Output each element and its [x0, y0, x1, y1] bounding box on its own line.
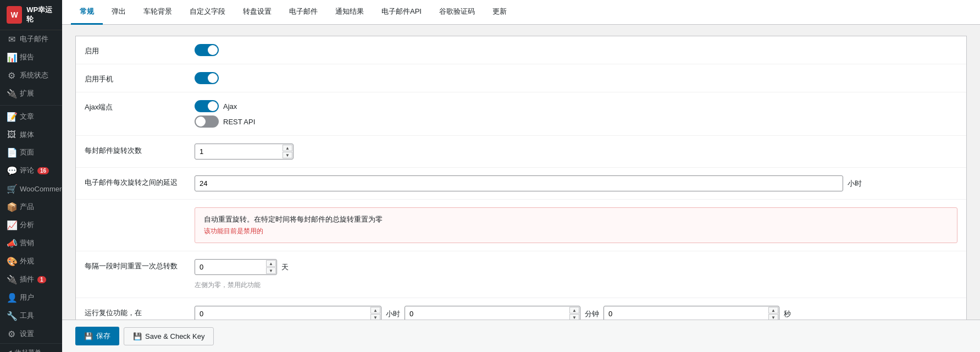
settings-icon: ⚙	[7, 329, 16, 339]
sidebar-item-media[interactable]: 🖼 媒体	[0, 126, 62, 144]
sidebar-item-users[interactable]: 👤 用户	[0, 289, 62, 307]
sidebar-item-extensions[interactable]: 🔌 扩展	[0, 85, 62, 103]
sidebar-item-reports[interactable]: 📊 报告	[0, 48, 62, 67]
sidebar-item-pages[interactable]: 📄 页面	[0, 144, 62, 162]
enable-mobile-control	[195, 72, 957, 84]
sidebar-item-label: WooCommerce	[20, 185, 62, 193]
sidebar-item-label: 营销	[20, 238, 34, 248]
sidebar-item-products[interactable]: 📦 产品	[0, 198, 62, 216]
save-label: 保存	[96, 331, 110, 341]
sidebar-item-system-status[interactable]: ⚙ 系统状态	[0, 67, 62, 85]
reset-note: 左侧为零，禁用此功能	[195, 280, 261, 290]
save-check-label: Save & Check Key	[145, 332, 204, 340]
tab-general[interactable]: 常规	[71, 0, 103, 25]
delay-label: 电子邮件每次旋转之间的延迟	[85, 175, 195, 188]
alert-control: 自动重置旋转。在特定时间将每封邮件的总旋转重置为零 该功能目前是禁用的	[195, 207, 957, 243]
sidebar-header[interactable]: W WP幸运轮	[0, 0, 62, 30]
minutes-input[interactable]	[405, 306, 580, 320]
system-icon: ⚙	[7, 70, 16, 81]
enable-control	[195, 44, 957, 56]
ajax-control: Ajax REST API	[195, 100, 957, 128]
woo-icon: 🛒	[7, 184, 16, 194]
tab-wheel-bg[interactable]: 车轮背景	[135, 0, 181, 25]
save-button[interactable]: 💾 保存	[75, 327, 119, 345]
minutes-down[interactable]: ▼	[569, 314, 579, 320]
minutes-arrows: ▲ ▼	[569, 307, 579, 320]
action-bar: 💾 保存 💾 Save & Check Key	[62, 320, 980, 352]
sidebar-item-label: 产品	[20, 202, 34, 212]
enable-label: 启用	[85, 44, 195, 56]
main-content: 常规 弹出 车轮背景 自定义字段 转盘设置 电子邮件 通知结果 电子邮件API …	[62, 0, 980, 352]
minutes-up[interactable]: ▲	[569, 307, 579, 314]
sidebar-item-email[interactable]: ✉ 电子邮件	[0, 30, 62, 48]
minutes-spinner: ▲ ▼	[405, 306, 580, 320]
delay-input[interactable]	[195, 175, 843, 191]
sidebar-item-label: 媒体	[20, 130, 34, 140]
content-area: 启用 启用手机	[62, 25, 980, 320]
alert-subtitle: 该功能目前是禁用的	[204, 227, 948, 236]
tab-wheel-settings[interactable]: 转盘设置	[234, 0, 280, 25]
hours-arrows: ▲ ▼	[370, 307, 380, 320]
tab-google-captcha[interactable]: 谷歌验证码	[430, 0, 484, 25]
spins-arrows: ▲ ▼	[283, 145, 292, 158]
sidebar-item-label: 报告	[20, 52, 34, 62]
sidebar-item-label: 页面	[20, 147, 34, 157]
reports-icon: 📊	[7, 52, 16, 63]
enable-mobile-label: 启用手机	[85, 72, 195, 84]
ajax-option-label: Ajax	[223, 102, 237, 111]
reset-interval-down[interactable]: ▼	[266, 267, 276, 274]
sidebar-item-label: 设置	[20, 329, 34, 339]
spins-label: 每封邮件旋转次数	[85, 144, 195, 156]
sidebar-item-label: 文章	[20, 112, 34, 122]
spins-down-arrow[interactable]: ▼	[283, 152, 292, 158]
sidebar-item-tools[interactable]: 🔧 工具	[0, 307, 62, 325]
enable-mobile-toggle[interactable]	[195, 72, 219, 84]
settings-row-ajax: Ajax端点 Ajax	[76, 92, 966, 136]
sidebar-item-label: 外观	[20, 256, 34, 266]
sidebar-item-marketing[interactable]: 📣 营销	[0, 234, 62, 252]
rest-api-toggle[interactable]	[195, 116, 219, 128]
seconds-down[interactable]: ▼	[768, 314, 778, 320]
save-icon: 💾	[84, 332, 93, 340]
sidebar-item-label: 用户	[20, 293, 34, 302]
spins-up-arrow[interactable]: ▲	[283, 145, 292, 151]
alert-title: 自动重置旋转。在特定时间将每封邮件的总旋转重置为零	[204, 215, 948, 224]
reset-interval-up[interactable]: ▲	[266, 260, 276, 267]
tab-notification[interactable]: 通知结果	[326, 0, 373, 25]
ajax-toggle[interactable]	[195, 100, 219, 112]
sidebar-item-analytics[interactable]: 📈 分析	[0, 216, 62, 234]
hours-down[interactable]: ▼	[370, 314, 380, 320]
seconds-input[interactable]	[603, 306, 779, 320]
hours-up[interactable]: ▲	[370, 307, 380, 314]
sidebar-item-settings[interactable]: ⚙ 设置	[0, 325, 62, 343]
rest-api-option-label: REST API	[223, 118, 255, 126]
sidebar-item-woocommerce[interactable]: 🛒 WooCommerce	[0, 180, 62, 198]
tab-custom-fields[interactable]: 自定义字段	[181, 0, 234, 25]
comments-icon: 💬	[7, 166, 16, 176]
plugins-icon: 🔌	[7, 274, 16, 285]
rest-api-slider	[195, 116, 219, 128]
hours-input[interactable]	[195, 306, 381, 320]
collapse-menu[interactable]: ◀ 收起菜单	[0, 343, 62, 352]
sidebar-item-posts[interactable]: 📝 文章	[0, 108, 62, 126]
spins-input[interactable]	[195, 144, 294, 160]
reset-interval-input[interactable]	[195, 259, 277, 275]
tab-updates[interactable]: 更新	[484, 0, 516, 25]
enable-toggle[interactable]	[195, 44, 219, 56]
tab-popup[interactable]: 弹出	[103, 0, 135, 25]
save-check-button[interactable]: 💾 Save & Check Key	[124, 327, 214, 345]
tab-email-api[interactable]: 电子邮件API	[373, 0, 430, 25]
extensions-icon: 🔌	[7, 89, 16, 99]
seconds-up[interactable]: ▲	[768, 307, 778, 314]
minutes-unit: 分钟	[585, 309, 599, 319]
sidebar-item-label: 插件	[20, 274, 34, 284]
reset-time-control: ▲ ▼ 小时 ▲ ▼ 分钟	[195, 306, 957, 320]
sidebar-item-appearance[interactable]: 🎨 外观	[0, 252, 62, 271]
sidebar-item-label: 系统状态	[20, 70, 48, 80]
sidebar-item-comments[interactable]: 💬 评论 16	[0, 162, 62, 180]
brand-name: WP幸运轮	[26, 6, 56, 24]
plugins-badge: 1	[37, 276, 46, 283]
tab-email[interactable]: 电子邮件	[280, 0, 326, 25]
sidebar-item-plugins[interactable]: 🔌 插件 1	[0, 271, 62, 289]
sidebar-item-label: 评论	[20, 166, 34, 175]
